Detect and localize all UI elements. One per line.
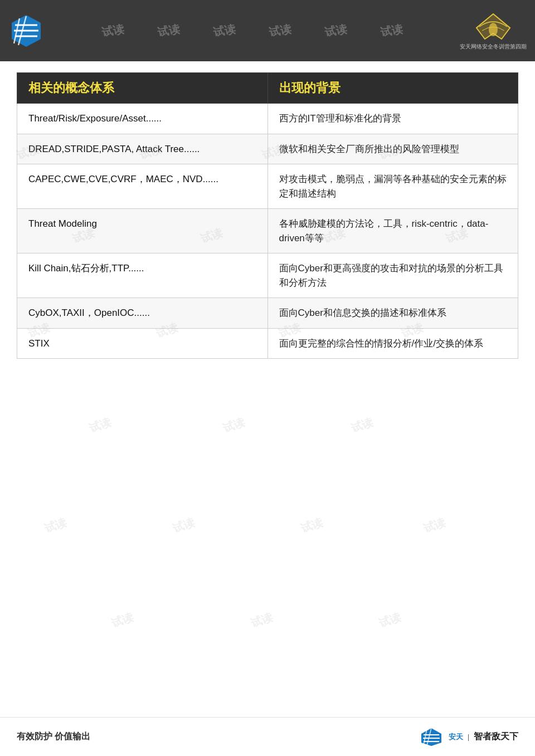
table-cell-concept: STIX	[17, 328, 268, 359]
table-cell-background: 微软和相关安全厂商所推出的风险管理模型	[268, 134, 518, 164]
bg-wm-19: 试读	[422, 515, 448, 536]
svg-point-9	[489, 23, 498, 36]
table-row: STIX面向更完整的综合性的情报分析/作业/交换的体系	[17, 328, 518, 359]
logo-left: ANTIY	[8, 13, 45, 49]
table-row: Kill Chain,钻石分析,TTP......面向Cyber和更高强度的攻击…	[17, 253, 518, 298]
header-wm-5: 试读	[323, 23, 348, 38]
table-cell-concept: CAPEC,CWE,CVE,CVRF，MAEC，NVD......	[17, 164, 268, 209]
main-content: 试读 试读 试读 试读 试读 试读 试读 试读 试读 试读 试读 试读 试读 试…	[0, 61, 535, 717]
col1-header: 相关的概念体系	[17, 73, 268, 104]
table-cell-background: 对攻击模式，脆弱点，漏洞等各种基础的安全元素的标定和描述结构	[268, 164, 518, 209]
antiy-logo-icon: ANTIY	[8, 13, 45, 49]
bg-wm-17: 试读	[171, 515, 197, 536]
bg-wm-18: 试读	[299, 515, 325, 536]
header-watermark-area: 试读 试读 试读 试读 试读 试读	[45, 23, 460, 38]
footer-divider: |	[468, 733, 469, 741]
right-logo-icon	[468, 11, 518, 42]
svg-marker-10	[421, 728, 441, 746]
table-row: Threat Modeling各种威胁建模的方法论，工具，risk-centri…	[17, 209, 518, 253]
footer: 有效防护 价值输出 安天 | 智者敌天下	[0, 717, 535, 756]
header-right-logo: 安天网络安全冬训营第四期	[460, 11, 527, 51]
table-row: CybOX,TAXII，OpenIOC......面向Cyber和信息交换的描述…	[17, 298, 518, 329]
bg-wm-20: 试读	[110, 609, 136, 631]
svg-text:ANTIY: ANTIY	[19, 48, 34, 49]
bg-wm-14: 试读	[221, 414, 247, 436]
table-row: DREAD,STRIDE,PASTA, Attack Tree......微软和…	[17, 134, 518, 164]
bg-wm-22: 试读	[377, 609, 403, 631]
table-row: Threat/Risk/Exposure/Asset......西方的IT管理和…	[17, 104, 518, 134]
footer-logo: 安天 | 智者敌天下	[419, 727, 518, 747]
bg-wm-16: 试读	[43, 515, 69, 536]
concept-table: 相关的概念体系 出现的背景 Threat/Risk/Exposure/Asset…	[17, 72, 518, 359]
table-cell-concept: CybOX,TAXII，OpenIOC......	[17, 298, 268, 329]
header-subtitle: 安天网络安全冬训营第四期	[460, 43, 527, 51]
footer-brand-antiy: 安天	[449, 732, 463, 742]
table-row: CAPEC,CWE,CVE,CVRF，MAEC，NVD......对攻击模式，脆…	[17, 164, 518, 209]
table-cell-concept: Threat Modeling	[17, 209, 268, 253]
footer-antiy-icon	[419, 727, 444, 747]
table-cell-background: 各种威胁建模的方法论，工具，risk-centric，data-driven等等	[268, 209, 518, 253]
table-cell-concept: DREAD,STRIDE,PASTA, Attack Tree......	[17, 134, 268, 164]
header-wm-3: 试读	[212, 23, 236, 38]
bg-wm-15: 试读	[349, 414, 376, 436]
col2-header: 出现的背景	[268, 73, 518, 104]
footer-tagline: 有效防护 价值输出	[17, 731, 90, 743]
table-cell-background: 面向更完整的综合性的情报分析/作业/交换的体系	[268, 328, 518, 359]
header-wm-6: 试读	[379, 23, 403, 38]
header-wm-1: 试读	[100, 23, 125, 38]
header: ANTIY 试读 试读 试读 试读 试读 试读 安天网络安全冬训营第四期	[0, 0, 535, 61]
table-cell-background: 西方的IT管理和标准化的背景	[268, 104, 518, 134]
table-cell-background: 面向Cyber和信息交换的描述和标准体系	[268, 298, 518, 329]
bg-wm-13: 试读	[87, 414, 114, 436]
bg-wm-21: 试读	[249, 609, 275, 631]
header-wm-4: 试读	[268, 23, 292, 38]
table-cell-concept: Kill Chain,钻石分析,TTP......	[17, 253, 268, 298]
table-cell-concept: Threat/Risk/Exposure/Asset......	[17, 104, 268, 134]
table-header-row: 相关的概念体系 出现的背景	[17, 73, 518, 104]
header-wm-2: 试读	[156, 23, 181, 38]
footer-brand-slogan: 智者敌天下	[474, 731, 518, 743]
table-cell-background: 面向Cyber和更高强度的攻击和对抗的场景的分析工具和分析方法	[268, 253, 518, 298]
